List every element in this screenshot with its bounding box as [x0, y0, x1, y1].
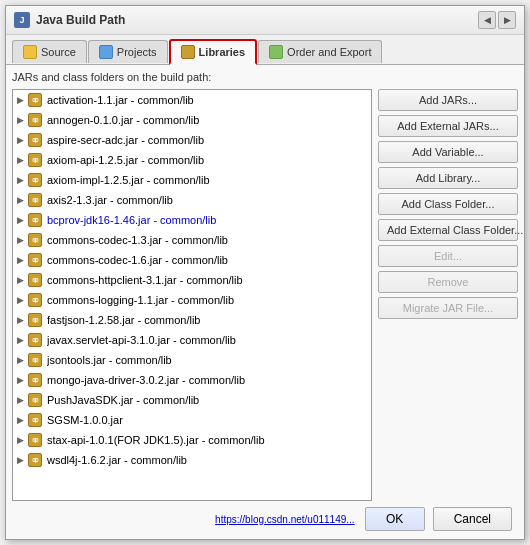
- item-label: PushJavaSDK.jar - common/lib: [47, 394, 199, 406]
- item-label: annogen-0.1.0.jar - common/lib: [47, 114, 199, 126]
- projects-tab-icon: [99, 45, 113, 59]
- add-class-folder-button[interactable]: Add Class Folder...: [378, 193, 518, 215]
- list-item[interactable]: ▶0|0stax-api-1.0.1(FOR JDK1.5).jar - com…: [13, 430, 371, 450]
- main-row: ▶0|0activation-1.1.jar - common/lib▶0|0a…: [12, 89, 518, 501]
- jar-icon: 0|0: [27, 172, 43, 188]
- add-external-class-folder-button[interactable]: Add External Class Folder...: [378, 219, 518, 241]
- expand-arrow-icon: ▶: [17, 315, 27, 325]
- item-label: commons-httpclient-3.1.jar - common/lib: [47, 274, 243, 286]
- tab-source-label: Source: [41, 46, 76, 58]
- title-bar-controls: ◀ ▶: [478, 11, 516, 29]
- expand-arrow-icon: ▶: [17, 275, 27, 285]
- list-item[interactable]: ▶0|0commons-logging-1.1.jar - common/lib: [13, 290, 371, 310]
- jar-list[interactable]: ▶0|0activation-1.1.jar - common/lib▶0|0a…: [12, 89, 372, 501]
- list-item[interactable]: ▶0|0fastjson-1.2.58.jar - common/lib: [13, 310, 371, 330]
- list-item[interactable]: ▶0|0annogen-0.1.0.jar - common/lib: [13, 110, 371, 130]
- item-label: activation-1.1.jar - common/lib: [47, 94, 194, 106]
- description-text: JARs and class folders on the build path…: [12, 71, 518, 83]
- jar-icon: 0|0: [27, 292, 43, 308]
- content-area: JARs and class folders on the build path…: [6, 64, 524, 539]
- jar-icon: 0|0: [27, 432, 43, 448]
- list-item[interactable]: ▶0|0bcprov-jdk16-1.46.jar - common/lib: [13, 210, 371, 230]
- list-item[interactable]: ▶0|0commons-codec-1.6.jar - common/lib: [13, 250, 371, 270]
- item-label: axiom-impl-1.2.5.jar - common/lib: [47, 174, 210, 186]
- java-build-path-dialog: J Java Build Path ◀ ▶ Source Projects Li…: [5, 5, 525, 540]
- list-item[interactable]: ▶0|0axis2-1.3.jar - common/lib: [13, 190, 371, 210]
- jar-icon: 0|0: [27, 372, 43, 388]
- item-label: aspire-secr-adc.jar - common/lib: [47, 134, 204, 146]
- jar-icon: 0|0: [27, 252, 43, 268]
- add-jars-button[interactable]: Add JARs...: [378, 89, 518, 111]
- expand-arrow-icon: ▶: [17, 255, 27, 265]
- expand-arrow-icon: ▶: [17, 155, 27, 165]
- list-item[interactable]: ▶0|0aspire-secr-adc.jar - common/lib: [13, 130, 371, 150]
- jar-icon: 0|0: [27, 192, 43, 208]
- jar-icon: 0|0: [27, 272, 43, 288]
- item-label: bcprov-jdk16-1.46.jar - common/lib: [47, 214, 216, 226]
- edit-button[interactable]: Edit...: [378, 245, 518, 267]
- jar-icon: 0|0: [27, 412, 43, 428]
- list-item[interactable]: ▶0|0activation-1.1.jar - common/lib: [13, 90, 371, 110]
- list-item[interactable]: ▶0|0commons-httpclient-3.1.jar - common/…: [13, 270, 371, 290]
- list-item[interactable]: ▶0|0axiom-impl-1.2.5.jar - common/lib: [13, 170, 371, 190]
- expand-arrow-icon: ▶: [17, 175, 27, 185]
- expand-arrow-icon: ▶: [17, 395, 27, 405]
- expand-arrow-icon: ▶: [17, 235, 27, 245]
- tab-libraries[interactable]: Libraries: [169, 39, 257, 65]
- title-bar: J Java Build Path ◀ ▶: [6, 6, 524, 35]
- add-library-button[interactable]: Add Library...: [378, 167, 518, 189]
- expand-arrow-icon: ▶: [17, 195, 27, 205]
- add-variable-button[interactable]: Add Variable...: [378, 141, 518, 163]
- url-bar[interactable]: https://blog.csdn.net/u011149...: [213, 512, 357, 527]
- item-label: SGSM-1.0.0.jar: [47, 414, 123, 426]
- list-item[interactable]: ▶0|0wsdl4j-1.6.2.jar - common/lib: [13, 450, 371, 470]
- jar-icon: 0|0: [27, 92, 43, 108]
- expand-arrow-icon: ▶: [17, 455, 27, 465]
- jar-icon: 0|0: [27, 312, 43, 328]
- expand-arrow-icon: ▶: [17, 295, 27, 305]
- item-label: stax-api-1.0.1(FOR JDK1.5).jar - common/…: [47, 434, 265, 446]
- list-item[interactable]: ▶0|0mongo-java-driver-3.0.2.jar - common…: [13, 370, 371, 390]
- expand-arrow-icon: ▶: [17, 115, 27, 125]
- jar-icon: 0|0: [27, 212, 43, 228]
- expand-arrow-icon: ▶: [17, 435, 27, 445]
- expand-arrow-icon: ▶: [17, 375, 27, 385]
- expand-arrow-icon: ▶: [17, 215, 27, 225]
- item-label: axis2-1.3.jar - common/lib: [47, 194, 173, 206]
- expand-arrow-icon: ▶: [17, 355, 27, 365]
- jar-icon: 0|0: [27, 132, 43, 148]
- item-label: jsontools.jar - common/lib: [47, 354, 172, 366]
- remove-button[interactable]: Remove: [378, 271, 518, 293]
- item-label: axiom-api-1.2.5.jar - common/lib: [47, 154, 204, 166]
- ok-button[interactable]: OK: [365, 507, 425, 531]
- expand-arrow-icon: ▶: [17, 95, 27, 105]
- tabs-row: Source Projects Libraries Order and Expo…: [6, 35, 524, 64]
- item-label: fastjson-1.2.58.jar - common/lib: [47, 314, 200, 326]
- expand-arrow-icon: ▶: [17, 415, 27, 425]
- list-item[interactable]: ▶0|0commons-codec-1.3.jar - common/lib: [13, 230, 371, 250]
- tab-order-label: Order and Export: [287, 46, 371, 58]
- title-bar-left: J Java Build Path: [14, 12, 125, 28]
- jar-icon: 0|0: [27, 352, 43, 368]
- bottom-row: https://blog.csdn.net/u011149... OK Canc…: [12, 501, 518, 533]
- expand-arrow-icon: ▶: [17, 335, 27, 345]
- tab-source[interactable]: Source: [12, 40, 87, 63]
- item-label: javax.servlet-api-3.1.0.jar - common/lib: [47, 334, 236, 346]
- jar-icon: 0|0: [27, 392, 43, 408]
- cancel-button[interactable]: Cancel: [433, 507, 512, 531]
- list-item[interactable]: ▶0|0jsontools.jar - common/lib: [13, 350, 371, 370]
- tab-projects-label: Projects: [117, 46, 157, 58]
- dialog-title: Java Build Path: [36, 13, 125, 27]
- action-buttons: Add JARs... Add External JARs... Add Var…: [378, 89, 518, 501]
- list-item[interactable]: ▶0|0PushJavaSDK.jar - common/lib: [13, 390, 371, 410]
- migrate-jar-button[interactable]: Migrate JAR File...: [378, 297, 518, 319]
- tab-order[interactable]: Order and Export: [258, 40, 382, 63]
- back-button[interactable]: ◀: [478, 11, 496, 29]
- add-external-jars-button[interactable]: Add External JARs...: [378, 115, 518, 137]
- forward-button[interactable]: ▶: [498, 11, 516, 29]
- list-item[interactable]: ▶0|0SGSM-1.0.0.jar: [13, 410, 371, 430]
- tab-projects[interactable]: Projects: [88, 40, 168, 63]
- item-label: commons-logging-1.1.jar - common/lib: [47, 294, 234, 306]
- list-item[interactable]: ▶0|0axiom-api-1.2.5.jar - common/lib: [13, 150, 371, 170]
- list-item[interactable]: ▶0|0javax.servlet-api-3.1.0.jar - common…: [13, 330, 371, 350]
